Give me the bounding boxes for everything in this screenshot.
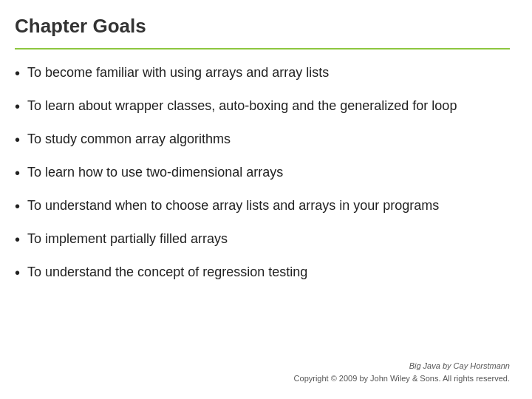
goal-text-1: To become familiar with using arrays and… — [27, 63, 510, 82]
goal-text-2: To learn about wrapper classes, auto-box… — [27, 96, 510, 115]
page-container: Chapter Goals •To become familiar with u… — [0, 0, 532, 399]
list-item: •To learn about wrapper classes, auto-bo… — [15, 96, 510, 117]
list-item: •To learn how to use two-dimensional arr… — [15, 163, 510, 184]
list-item: •To study common array algorithms — [15, 129, 510, 151]
goal-text-4: To learn how to use two-dimensional arra… — [27, 163, 510, 182]
list-item: •To implement partially filled arrays — [15, 229, 510, 250]
footer: Big Java by Cay Horstmann Copyright © 20… — [15, 352, 510, 384]
list-item: • To understand the concept of regressio… — [15, 262, 510, 284]
bullet-icon: • — [15, 63, 20, 84]
goal-text-3: To study common array algorithms — [27, 129, 510, 149]
bullet-icon: • — [15, 129, 20, 151]
goal-text-7: To understand the concept of regression … — [27, 262, 510, 282]
list-item: •To understand when to choose array list… — [15, 196, 510, 217]
bullet-icon: • — [15, 262, 20, 284]
title-divider — [15, 48, 510, 50]
bullet-icon: • — [15, 229, 20, 250]
bullet-icon: • — [15, 96, 20, 117]
list-item: •To become familiar with using arrays an… — [15, 63, 510, 84]
goals-list: •To become familiar with using arrays an… — [15, 63, 510, 352]
bullet-icon: • — [15, 196, 20, 217]
footer-line1: Big Java by Cay Horstmann — [15, 360, 510, 372]
footer-line2: Copyright © 2009 by John Wiley & Sons. A… — [15, 372, 510, 385]
page-title: Chapter Goals — [15, 15, 510, 42]
goal-text-5: To understand when to choose array lists… — [27, 196, 510, 215]
goal-text-6: To implement partially filled arrays — [27, 229, 510, 248]
bullet-icon: • — [15, 163, 20, 184]
